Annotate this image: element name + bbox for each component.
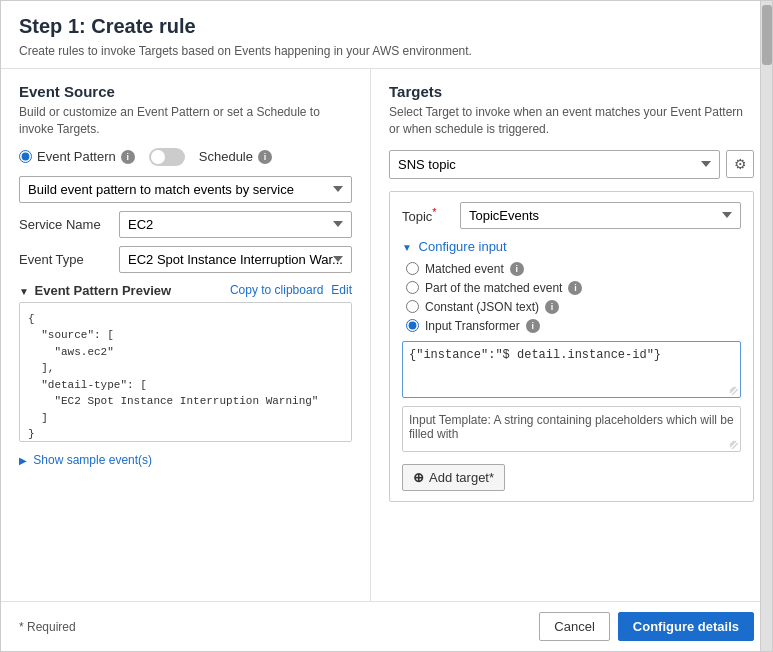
input-transformer-textarea[interactable]: {"instance":"$ detail.instance-id"} — [409, 348, 734, 388]
matched-event-info-icon[interactable]: i — [510, 262, 524, 276]
part-matched-label: Part of the matched event — [425, 281, 562, 295]
page-subtitle: Create rules to invoke Targets based on … — [19, 44, 754, 58]
topic-row: Topic* TopicEvents — [402, 202, 741, 229]
matched-event-label: Matched event — [425, 262, 504, 276]
event-source-title: Event Source — [19, 83, 352, 100]
event-type-row: Event Type EC2 Spot Instance Interruptio… — [19, 246, 352, 273]
part-matched-radio[interactable] — [406, 281, 419, 294]
constant-info-icon[interactable]: i — [545, 300, 559, 314]
targets-desc: Select Target to invoke when an event ma… — [389, 104, 754, 138]
show-sample-arrow-icon: ▶ — [19, 455, 27, 466]
cancel-button[interactable]: Cancel — [539, 612, 609, 641]
topic-select[interactable]: TopicEvents — [460, 202, 741, 229]
configure-input-toggle[interactable]: ▼ Configure input — [402, 239, 741, 254]
part-matched-info-icon[interactable]: i — [568, 281, 582, 295]
service-name-select[interactable]: EC2 — [119, 211, 352, 238]
schedule-info-icon[interactable]: i — [258, 150, 272, 164]
input-transformer-info-icon[interactable]: i — [526, 319, 540, 333]
config-radio-group: Matched event i Part of the matched even… — [402, 262, 741, 333]
preview-collapse-icon[interactable]: ▼ — [19, 286, 29, 297]
schedule-option[interactable]: Schedule i — [199, 149, 272, 164]
preview-code-area[interactable] — [19, 302, 352, 442]
gear-button[interactable]: ⚙ — [726, 150, 754, 178]
source-type-group: Event Pattern i Schedule i — [19, 148, 352, 166]
copy-to-clipboard-button[interactable]: Copy to clipboard — [230, 283, 323, 297]
config-radio-input-transformer[interactable]: Input Transformer i — [406, 319, 741, 333]
preview-title: ▼ Event Pattern Preview — [19, 283, 171, 298]
constant-label: Constant (JSON text) — [425, 300, 539, 314]
required-note: * Required — [19, 620, 76, 634]
scrollbar[interactable] — [760, 1, 772, 651]
footer-buttons: Cancel Configure details — [539, 612, 754, 641]
event-pattern-info-icon[interactable]: i — [121, 150, 135, 164]
build-pattern-select[interactable]: Build event pattern to match events by s… — [19, 176, 352, 203]
target-type-row: SNS topic ⚙ — [389, 150, 754, 179]
event-pattern-radio[interactable] — [19, 150, 32, 163]
configure-input-section: ▼ Configure input Matched event i Part o… — [402, 239, 741, 452]
service-name-row: Service Name EC2 — [19, 211, 352, 238]
configure-details-button[interactable]: Configure details — [618, 612, 754, 641]
main-content: Event Source Build or customize an Event… — [1, 69, 772, 601]
service-name-label: Service Name — [19, 217, 119, 232]
template-box[interactable]: Input Template: A string containing plac… — [402, 406, 741, 452]
add-target-plus-icon: ⊕ — [413, 470, 424, 485]
show-sample-link[interactable]: ▶ Show sample event(s) — [19, 453, 352, 467]
event-source-desc: Build or customize an Event Pattern or s… — [19, 104, 352, 138]
gear-icon: ⚙ — [734, 156, 747, 172]
matched-event-radio[interactable] — [406, 262, 419, 275]
configure-arrow-icon: ▼ — [402, 242, 412, 253]
event-pattern-preview: ▼ Event Pattern Preview Copy to clipboar… — [19, 283, 352, 445]
config-radio-part-matched[interactable]: Part of the matched event i — [406, 281, 741, 295]
input-transformer-box: {"instance":"$ detail.instance-id"} — [402, 341, 741, 398]
config-radio-matched-event[interactable]: Matched event i — [406, 262, 741, 276]
add-target-label: Add target* — [429, 470, 494, 485]
target-type-select[interactable]: SNS topic — [389, 150, 720, 179]
input-transformer-resize-handle[interactable] — [728, 385, 738, 395]
input-transformer-label: Input Transformer — [425, 319, 520, 333]
left-panel: Event Source Build or customize an Event… — [1, 69, 371, 601]
config-radio-constant[interactable]: Constant (JSON text) i — [406, 300, 741, 314]
schedule-label: Schedule — [199, 149, 253, 164]
input-transformer-radio[interactable] — [406, 319, 419, 332]
page-title: Step 1: Create rule — [19, 15, 754, 38]
preview-actions: Copy to clipboard Edit — [230, 283, 352, 297]
scrollbar-thumb[interactable] — [762, 5, 772, 65]
add-target-button[interactable]: ⊕ Add target* — [402, 464, 505, 491]
topic-label: Topic* — [402, 206, 460, 224]
targets-title: Targets — [389, 83, 754, 100]
event-pattern-option[interactable]: Event Pattern i — [19, 149, 135, 164]
event-type-label: Event Type — [19, 252, 119, 267]
constant-radio[interactable] — [406, 300, 419, 313]
template-resize-handle[interactable] — [728, 439, 738, 449]
page-footer: * Required Cancel Configure details — [1, 601, 772, 651]
edit-button[interactable]: Edit — [331, 283, 352, 297]
page-header: Step 1: Create rule Create rules to invo… — [1, 1, 772, 69]
right-panel: Targets Select Target to invoke when an … — [371, 69, 772, 601]
event-pattern-label: Event Pattern — [37, 149, 116, 164]
topic-required-star: * — [432, 206, 436, 218]
template-placeholder-text: Input Template: A string containing plac… — [409, 413, 734, 441]
targets-box: Topic* TopicEvents ▼ Configure input — [389, 191, 754, 502]
event-type-select[interactable]: EC2 Spot Instance Interruption War... — [119, 246, 352, 273]
preview-header: ▼ Event Pattern Preview Copy to clipboar… — [19, 283, 352, 298]
source-type-toggle[interactable] — [149, 148, 185, 166]
